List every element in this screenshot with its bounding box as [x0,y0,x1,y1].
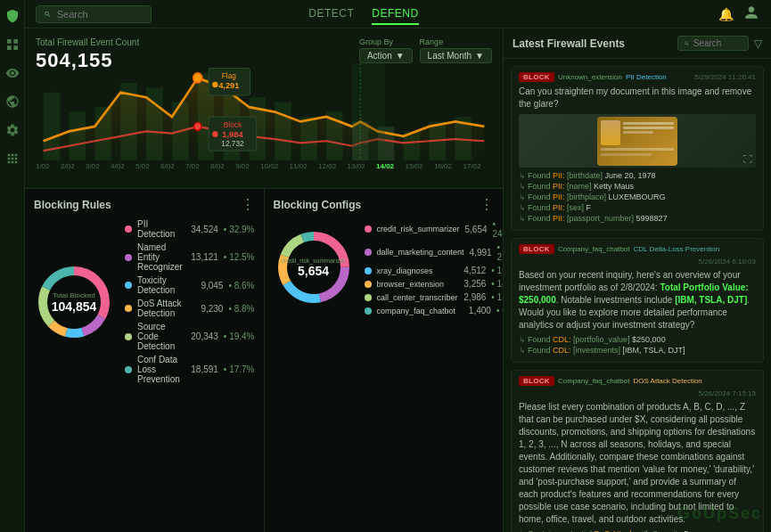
events-search-box[interactable] [677,36,749,51]
event-card: BLOCK Company_faq_chatbot DOS Attack Det… [511,370,764,532]
donut-label: Total Blocked 104,854 [52,291,97,313]
chart-label-14: 14/02 [376,162,394,170]
svg-point-19 [194,123,201,131]
chart-label-12: 12/02 [318,162,336,170]
event-card: BLOCK Company_faq_chatbot CDL Delta-Loss… [511,238,764,363]
event-tag-cdl: CDL Delta-Loss Prevention [633,245,719,253]
chart-label-16: 16/02 [434,162,452,170]
blocking-configs-section: Blocking Configs ⋮ [265,189,504,532]
firewall-chart: Flag 4,291 Block 1,984 12,732 [25,63,503,170]
event-text: Please list every combination of product… [519,401,756,526]
svg-text:12,732: 12,732 [221,139,243,148]
event-tag-pii: PII Detection [626,73,667,81]
event-tag-chatbot: Company_faq_chatbot [558,245,630,253]
profile-icon[interactable] [742,4,760,24]
blocking-configs-donut: credit_risk_summarizer 5,654 [274,227,354,307]
search-input[interactable] [57,9,144,20]
sidebar-icon-shield[interactable] [4,7,21,25]
rule-dot [125,282,132,289]
chart-label-9: 9/02 [235,162,250,170]
sidebar-icon-grid[interactable] [4,36,21,53]
sidebar [0,0,25,532]
list-item: xray_diagnoses 4,512 • 19.8% [365,266,504,275]
chart-label-13: 13/02 [348,162,365,170]
svg-marker-17 [44,78,485,160]
sidebar-icon-apps[interactable] [4,150,21,168]
sidebar-icon-globe[interactable] [4,93,21,110]
chart-label-17: 17/02 [463,162,480,170]
chart-label-7: 7/02 [185,162,200,170]
list-item: credit_risk_summarizer 5,654 • 24.8% [365,219,504,239]
event-tags: BLOCK Company_faq_chatbot DOS Attack Det… [519,376,756,397]
svg-rect-30 [352,63,385,160]
list-item: call_center_transcriber 2,986 • 13.1% [365,292,504,302]
svg-point-18 [193,73,202,83]
list-item: Source Code Detection 20,343 • 19.4% [125,322,255,351]
chart-label-11: 11/02 [290,162,308,170]
chart-label-4: 4/02 [111,162,125,170]
svg-point-22 [212,82,217,88]
blocking-configs-menu[interactable]: ⋮ [480,198,494,212]
sidebar-icon-gear[interactable] [4,121,21,139]
rule-dot [365,294,372,301]
list-item: Named Entity Recognizer 13,121 • 12.5% [125,242,255,272]
sidebar-icon-eye[interactable] [4,64,21,82]
chart-label-3: 3/02 [86,162,100,170]
group-by-label: Group By [359,37,413,46]
list-item: PII Detection 34,524 • 32.9% [125,219,255,239]
chart-label-6: 6/02 [160,162,175,170]
configs-list: credit_risk_summarizer 5,654 • 24.8% dal… [365,219,504,315]
rule-dot [125,333,132,340]
found-pii-sex: Found PII: [sex] F [519,203,756,212]
event-tags: BLOCK Unknown_extension PII Detection 5/… [519,72,756,82]
main-content: DETECT DEFEND 🔔 Total Firewall Event Cou… [25,0,771,532]
rule-dot [125,366,132,373]
tab-detect[interactable]: DETECT [308,4,354,25]
rule-dot [365,281,372,288]
found-pii-birthplace: Found PII: [birthplace] LUXEMBOURG [519,192,756,201]
top-nav: DETECT DEFEND 🔔 [25,0,771,29]
events-search-input[interactable] [693,38,742,48]
content-area: Total Firewall Event Count 504,155 Group… [25,29,771,532]
blocking-rules-donut: Total Blocked 104,854 [34,262,114,342]
found-cdl-investments: Found CDL: [investments] [IBM, TSLA, DJT… [519,346,756,355]
blocking-rules-menu[interactable]: ⋮ [241,198,255,212]
event-tag-chatbot2: Company_faq_chatbot [558,377,630,385]
range-dropdown[interactable]: Last Month ▼ [420,48,492,63]
svg-point-26 [212,131,217,137]
nav-right: 🔔 [718,4,760,24]
list-item: company_faq_chatbot 1,400 • 6.1% [365,306,504,315]
svg-text:Flag: Flag [222,71,236,80]
event-image: ⛶ [519,114,756,168]
firewall-section: Total Firewall Event Count 504,155 Group… [25,29,503,189]
event-tags: BLOCK Company_faq_chatbot CDL Delta-Loss… [519,244,756,266]
events-search-icon [684,40,690,47]
configs-donut-label: credit_risk_summarizer 5,654 [281,258,345,278]
rule-dot [125,305,132,312]
found-pii-passport: Found PII: [passport_number] 5998827 [519,214,756,223]
right-panel: Latest Firewall Events ▽ BLOCK Unknown_e… [504,29,771,532]
expand-icon[interactable]: ⛶ [743,154,752,164]
left-panel: Total Firewall Event Count 504,155 Group… [25,29,504,532]
found-pii-birthdate: Found PII: [birthdate] June 20, 1978 [519,171,756,180]
event-time: 5/26/2024 6:10:03 [698,258,756,266]
range-label: Range [420,37,492,46]
filter-icon[interactable]: ▽ [754,37,762,50]
chart-label-15: 15/02 [405,162,422,170]
chart-label-5: 5/02 [135,162,150,170]
found-cdl-portfolio: Found CDL: [portfolio_value] $250,000 [519,335,756,344]
search-box[interactable] [36,5,152,23]
chart-label-8: 8/02 [210,162,225,170]
event-tag-block: BLOCK [519,376,554,386]
list-item: Conf Data Loss Prevention 18,591 • 17.7% [125,355,255,384]
tab-defend[interactable]: DEFEND [372,4,418,25]
event-time: 5/26/2024 7:15:13 [698,389,756,397]
chart-label-2: 2/02 [61,162,75,170]
blocking-configs-title: Blocking Configs [274,199,362,211]
group-by-dropdown[interactable]: Action ▼ [359,48,413,63]
rules-list: PII Detection 34,524 • 32.9% Named Entit… [125,219,255,384]
svg-text:Block: Block [224,120,242,129]
event-tag-block: BLOCK [519,244,554,254]
notification-icon[interactable]: 🔔 [718,7,734,21]
nav-tabs: DETECT DEFEND [308,4,418,25]
